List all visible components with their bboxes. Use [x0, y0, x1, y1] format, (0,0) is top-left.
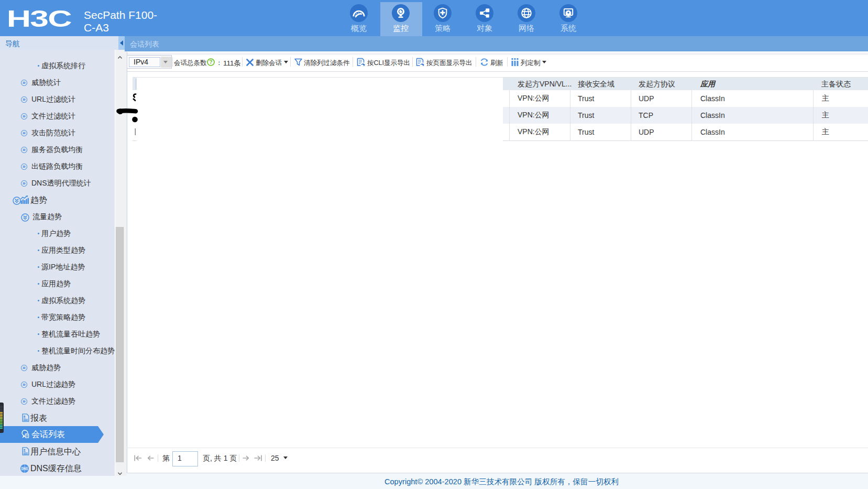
- svg-text:DNS: DNS: [21, 467, 28, 470]
- svg-text:?: ?: [209, 59, 212, 65]
- svg-text:H3C: H3C: [7, 7, 72, 30]
